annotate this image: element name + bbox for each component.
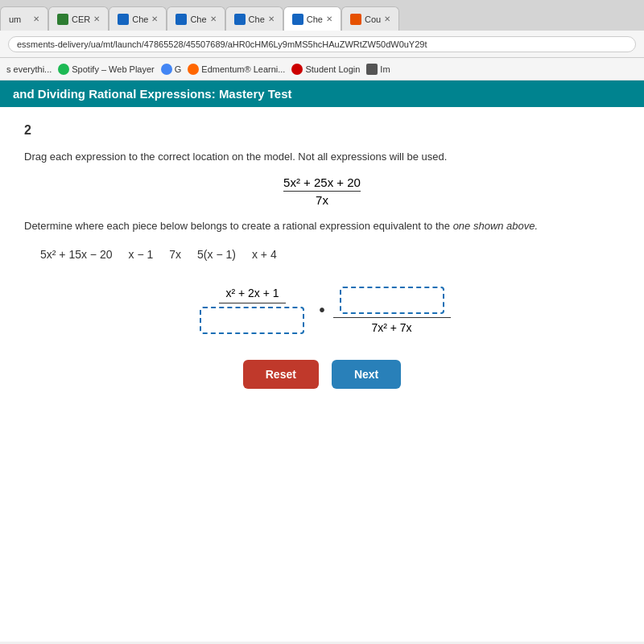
edmentum-icon xyxy=(188,64,199,75)
tab-che3[interactable]: Che ✕ xyxy=(225,6,283,31)
tab-um-close[interactable]: ✕ xyxy=(33,14,39,23)
folder-icon xyxy=(366,64,378,75)
left-fraction-denominator-dropzone[interactable] xyxy=(193,303,311,336)
right-fraction: 7x² + 7x xyxy=(333,285,451,336)
tab-che4-label: Che xyxy=(307,14,323,24)
tab-cer-icon xyxy=(57,14,68,25)
tab-cer-label: CER xyxy=(72,14,90,24)
main-fraction-display: 5x² + 25x + 20 7x xyxy=(24,175,620,207)
main-content: 2 Drag each expression to the correct lo… xyxy=(0,107,644,642)
main-fraction-denominator: 7x xyxy=(283,193,361,207)
tab-cou-close[interactable]: ✕ xyxy=(384,14,390,23)
bookmark-google-label: G xyxy=(175,64,182,74)
left-fraction: x² + 2x + 1 xyxy=(193,285,311,336)
multiply-operator: • xyxy=(319,301,324,320)
bookmark-edmentum-label: Edmentum® Learni... xyxy=(201,64,285,74)
bookmark-im[interactable]: Im xyxy=(366,64,390,75)
bookmark-student[interactable]: Student Login xyxy=(291,64,360,75)
address-bar: essments-delivery/ua/mt/launch/47865528/… xyxy=(0,31,644,58)
page-title: and Dividing Rational Expressions: Maste… xyxy=(13,87,291,101)
instruction-line1: Drag each expression to the correct loca… xyxy=(24,151,620,163)
left-denominator-drop[interactable] xyxy=(200,307,304,334)
tab-cou[interactable]: Cou ✕ xyxy=(341,6,399,31)
model-area: x² + 2x + 1 • 7x² + 7x xyxy=(24,285,620,336)
tab-um[interactable]: um ✕ xyxy=(0,6,48,31)
bookmark-spotify[interactable]: Spotify – Web Player xyxy=(58,64,155,75)
tab-che2-close[interactable]: ✕ xyxy=(210,14,217,23)
bookmark-spotify-label: Spotify – Web Player xyxy=(72,64,155,74)
tab-che2-icon xyxy=(175,14,187,25)
tab-che1-close[interactable]: ✕ xyxy=(151,14,158,23)
main-fraction-numerator: 5x² + 25x + 20 xyxy=(283,175,361,192)
browser-tabs: um ✕ CER ✕ Che ✕ Che ✕ Che ✕ Che ✕ Cou ✕ xyxy=(0,0,644,31)
bookmark-everythi-label: s everythi... xyxy=(6,64,52,74)
tab-che1-label: Che xyxy=(132,14,148,24)
expr-item-0[interactable]: 5x² + 15x − 20 xyxy=(40,248,113,261)
right-fraction-denominator: 7x² + 7x xyxy=(365,318,418,336)
reset-button[interactable]: Reset xyxy=(243,360,319,389)
expr-item-1[interactable]: x − 1 xyxy=(129,248,154,261)
url-display[interactable]: essments-delivery/ua/mt/launch/47865528/… xyxy=(8,36,636,52)
main-fraction: 5x² + 25x + 20 7x xyxy=(283,175,361,207)
bookmark-student-label: Student Login xyxy=(305,64,360,74)
tab-che2[interactable]: Che ✕ xyxy=(167,6,225,31)
spotify-icon xyxy=(58,64,69,75)
tab-che4[interactable]: Che ✕ xyxy=(283,6,341,31)
tab-che3-label: Che xyxy=(249,14,265,24)
question-number: 2 xyxy=(24,123,620,138)
right-fraction-numerator-dropzone[interactable] xyxy=(333,285,451,318)
expr-item-4[interactable]: x + 4 xyxy=(252,248,277,261)
bookmark-edmentum[interactable]: Edmentum® Learni... xyxy=(188,64,285,75)
bookmark-everythi[interactable]: s everythi... xyxy=(6,64,52,74)
bookmarks-bar: s everythi... Spotify – Web Player G Edm… xyxy=(0,58,644,80)
page-header: and Dividing Rational Expressions: Maste… xyxy=(0,80,644,107)
determine-text: Determine where each piece below belongs… xyxy=(24,220,620,232)
left-fraction-numerator: x² + 2x + 1 xyxy=(219,285,285,303)
buttons-row: Reset Next xyxy=(24,360,620,389)
bookmark-google[interactable]: G xyxy=(161,64,182,75)
tab-che1[interactable]: Che ✕ xyxy=(109,6,167,31)
tab-che4-close[interactable]: ✕ xyxy=(326,14,332,23)
student-icon xyxy=(291,64,303,75)
tab-che3-icon xyxy=(234,14,246,25)
expressions-row: 5x² + 15x − 20 x − 1 7x 5(x − 1) x + 4 xyxy=(24,248,620,261)
expr-item-2[interactable]: 7x xyxy=(169,248,181,261)
tab-che3-close[interactable]: ✕ xyxy=(268,14,275,23)
right-numerator-drop[interactable] xyxy=(340,287,444,314)
tab-che2-label: Che xyxy=(190,14,206,24)
tab-um-label: um xyxy=(9,14,21,24)
tab-cer-close[interactable]: ✕ xyxy=(93,14,100,23)
google-icon xyxy=(161,64,172,75)
next-button[interactable]: Next xyxy=(332,360,401,389)
expr-item-3[interactable]: 5(x − 1) xyxy=(197,248,236,261)
tab-cou-icon xyxy=(350,14,361,25)
bookmark-im-label: Im xyxy=(380,64,390,74)
tab-che1-icon xyxy=(118,14,129,25)
tab-cou-label: Cou xyxy=(365,14,381,24)
tab-che4-icon xyxy=(292,14,303,25)
tab-cer[interactable]: CER ✕ xyxy=(48,6,109,31)
